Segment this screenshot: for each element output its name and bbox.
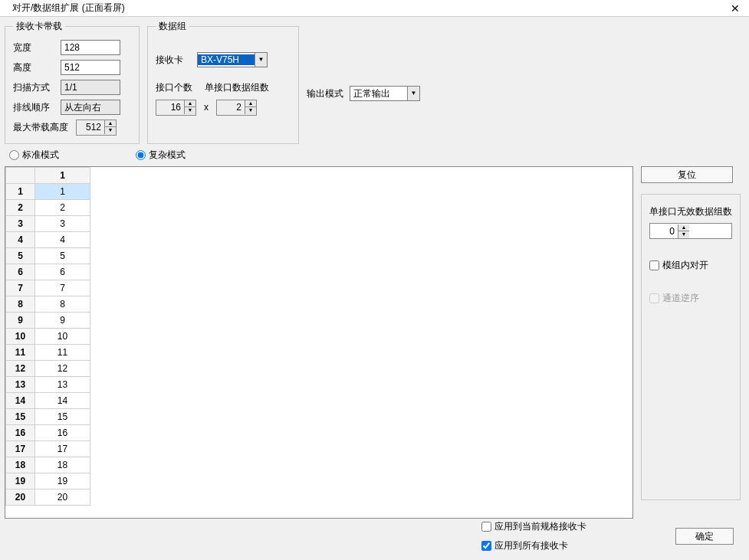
table-row[interactable]: 99 xyxy=(6,313,90,329)
table-row-header[interactable]: 13 xyxy=(6,377,35,393)
table-cell[interactable]: 12 xyxy=(35,361,90,377)
table-row[interactable]: 44 xyxy=(6,232,90,248)
channel-reverse-checkbox: 通道逆序 xyxy=(649,292,732,305)
table-row[interactable]: 11 xyxy=(6,184,90,200)
table-cell[interactable]: 15 xyxy=(35,409,90,425)
table-row-header[interactable]: 18 xyxy=(6,457,35,473)
table-cell[interactable]: 7 xyxy=(35,280,90,296)
spin-down-icon: ▼ xyxy=(245,107,256,114)
table-row-header[interactable]: 9 xyxy=(6,313,35,329)
table-row-header[interactable]: 11 xyxy=(6,345,35,361)
table-cell[interactable]: 17 xyxy=(35,441,90,457)
invalid-groups-spinner[interactable]: ▲▼ xyxy=(649,223,732,239)
mid-row: 1 11223344556677889910101111121213131414… xyxy=(0,166,749,519)
table-cell[interactable]: 16 xyxy=(35,425,90,441)
table-row-header[interactable]: 12 xyxy=(6,361,35,377)
table-cell[interactable]: 9 xyxy=(35,313,90,329)
table-row[interactable]: 88 xyxy=(6,296,90,313)
table-row-header[interactable]: 6 xyxy=(6,264,35,280)
invalid-groups-value[interactable] xyxy=(650,226,678,237)
output-mode-select[interactable]: 正常输出 ▼ xyxy=(350,86,420,101)
table-row[interactable]: 66 xyxy=(6,264,90,280)
height-input[interactable] xyxy=(61,60,120,75)
table-cell[interactable]: 13 xyxy=(35,377,90,393)
table-row-header[interactable]: 19 xyxy=(6,473,35,490)
standard-mode-radio[interactable]: 标准模式 xyxy=(9,149,59,162)
table-cell[interactable]: 20 xyxy=(35,490,90,506)
table-row[interactable]: 1414 xyxy=(6,393,90,409)
apply-all-input[interactable] xyxy=(481,541,491,551)
upper-panel: 接收卡带载 宽度 高度 扫描方式 排线顺序 最大带载高度 ▲▼ 数据组 接收卡 xyxy=(0,17,749,144)
receiver-load-group: 接收卡带载 宽度 高度 扫描方式 排线顺序 最大带载高度 ▲▼ xyxy=(5,20,140,144)
table-row-header[interactable]: 16 xyxy=(6,425,35,441)
table-row[interactable]: 1919 xyxy=(6,473,90,490)
table-cell[interactable]: 10 xyxy=(35,329,90,345)
table-row-header[interactable]: 1 xyxy=(6,184,35,200)
table-row-header[interactable]: 4 xyxy=(6,232,35,248)
spin-down-icon[interactable]: ▼ xyxy=(678,231,689,238)
module-split-input[interactable] xyxy=(649,260,659,270)
table-row[interactable]: 1010 xyxy=(6,329,90,345)
table-cell[interactable]: 6 xyxy=(35,264,90,280)
width-input[interactable] xyxy=(61,40,120,55)
table-cell[interactable]: 1 xyxy=(35,184,90,200)
maxheight-label: 最大带载高度 xyxy=(13,121,71,134)
apply-all-checkbox[interactable]: 应用到所有接收卡 xyxy=(481,539,586,552)
window-title: 对开/数据组扩展 (正面看屏) xyxy=(12,2,125,15)
table-row-header[interactable]: 15 xyxy=(6,409,35,425)
reset-button[interactable]: 复位 xyxy=(641,166,733,183)
table-row-header[interactable]: 14 xyxy=(6,393,35,409)
data-group: 数据组 接收卡 BX-V75H ▼ 接口个数 单接口数据组数 ▲▼ x ▲▼ xyxy=(147,20,299,144)
table-row[interactable]: 1111 xyxy=(6,345,90,361)
table-row[interactable]: 55 xyxy=(6,248,90,264)
table-row[interactable]: 2020 xyxy=(6,490,90,506)
bottom-bar: 应用到当前规格接收卡 应用到所有接收卡 确定 xyxy=(0,520,749,552)
table-cell[interactable]: 4 xyxy=(35,232,90,248)
table-row[interactable]: 1717 xyxy=(6,441,90,457)
table-corner xyxy=(6,168,35,184)
table-row-header[interactable]: 7 xyxy=(6,280,35,296)
table-row-header[interactable]: 8 xyxy=(6,296,35,313)
close-icon[interactable]: ✕ xyxy=(726,2,744,15)
right-panel: 单接口无效数据组数 ▲▼ 模组内对开 通道逆序 xyxy=(641,194,741,500)
standard-mode-input[interactable] xyxy=(9,150,19,160)
dropdown-icon[interactable]: ▼ xyxy=(407,87,419,100)
table-col-header[interactable]: 1 xyxy=(35,168,90,184)
table-row-header[interactable]: 2 xyxy=(6,200,35,216)
table-row-header[interactable]: 17 xyxy=(6,441,35,457)
table-row[interactable]: 1818 xyxy=(6,457,90,473)
table-scroll[interactable]: 1 11223344556677889910101111121213131414… xyxy=(5,167,632,518)
ok-button[interactable]: 确定 xyxy=(675,528,734,545)
table-cell[interactable]: 14 xyxy=(35,393,90,409)
module-split-checkbox[interactable]: 模组内对开 xyxy=(649,259,732,272)
table-cell[interactable]: 18 xyxy=(35,457,90,473)
table-row[interactable]: 1515 xyxy=(6,409,90,425)
apply-current-checkbox[interactable]: 应用到当前规格接收卡 xyxy=(481,520,586,533)
complex-mode-radio[interactable]: 复杂模式 xyxy=(136,149,186,162)
table-cell[interactable]: 8 xyxy=(35,296,90,313)
receiver-card-select[interactable]: BX-V75H ▼ xyxy=(197,52,268,67)
table-row-header[interactable]: 20 xyxy=(6,490,35,506)
complex-mode-label: 复杂模式 xyxy=(149,149,186,162)
dropdown-icon[interactable]: ▼ xyxy=(255,53,267,67)
table-row[interactable]: 22 xyxy=(6,200,90,216)
apply-current-input[interactable] xyxy=(481,522,491,532)
table-row[interactable]: 33 xyxy=(6,216,90,232)
table-cell[interactable]: 3 xyxy=(35,216,90,232)
table-row[interactable]: 1313 xyxy=(6,377,90,393)
table-row-header[interactable]: 10 xyxy=(6,329,35,345)
data-table: 1 11223344556677889910101111121213131414… xyxy=(5,167,90,506)
table-row[interactable]: 1212 xyxy=(6,361,90,377)
table-cell[interactable]: 5 xyxy=(35,248,90,264)
table-row-header[interactable]: 3 xyxy=(6,216,35,232)
table-cell[interactable]: 2 xyxy=(35,200,90,216)
table-cell[interactable]: 11 xyxy=(35,345,90,361)
table-cell[interactable]: 19 xyxy=(35,473,90,490)
table-row[interactable]: 1616 xyxy=(6,425,90,441)
spin-up-icon[interactable]: ▲ xyxy=(678,224,689,231)
data-table-container: 1 11223344556677889910101111121213131414… xyxy=(5,166,633,519)
table-row-header[interactable]: 5 xyxy=(6,248,35,264)
order-label: 排线顺序 xyxy=(13,101,56,114)
complex-mode-input[interactable] xyxy=(136,150,146,160)
table-row[interactable]: 77 xyxy=(6,280,90,296)
